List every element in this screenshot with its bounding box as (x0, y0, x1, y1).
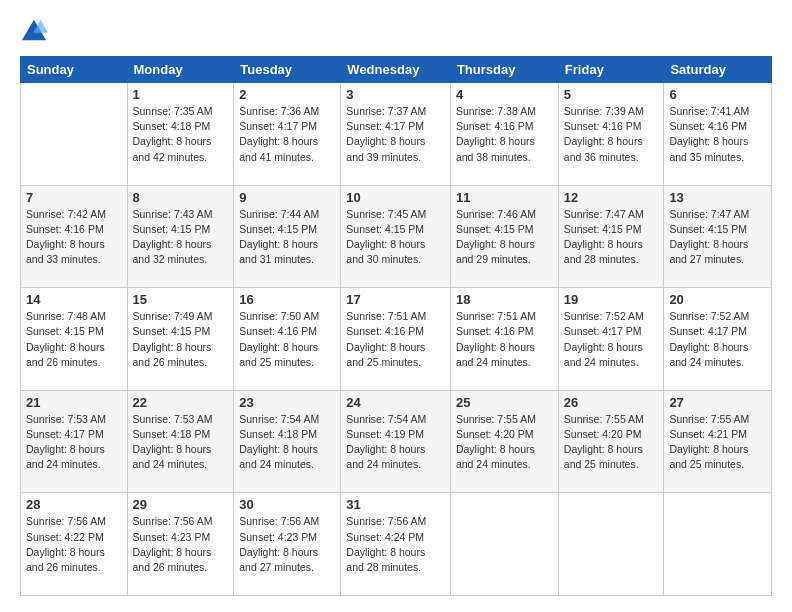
day-info: Sunrise: 7:55 AM Sunset: 4:20 PM Dayligh… (564, 412, 659, 473)
day-number: 31 (346, 497, 445, 512)
day-info: Sunrise: 7:56 AM Sunset: 4:23 PM Dayligh… (239, 514, 335, 575)
day-number: 28 (26, 497, 122, 512)
day-number: 18 (456, 292, 553, 307)
day-info: Sunrise: 7:46 AM Sunset: 4:15 PM Dayligh… (456, 207, 553, 268)
day-number: 27 (669, 395, 766, 410)
calendar-cell: 13Sunrise: 7:47 AM Sunset: 4:15 PM Dayli… (664, 185, 772, 288)
calendar-cell: 3Sunrise: 7:37 AM Sunset: 4:17 PM Daylig… (341, 83, 451, 186)
day-info: Sunrise: 7:54 AM Sunset: 4:19 PM Dayligh… (346, 412, 445, 473)
day-info: Sunrise: 7:35 AM Sunset: 4:18 PM Dayligh… (133, 104, 229, 165)
calendar-cell: 18Sunrise: 7:51 AM Sunset: 4:16 PM Dayli… (450, 288, 558, 391)
day-number: 26 (564, 395, 659, 410)
day-number: 20 (669, 292, 766, 307)
day-info: Sunrise: 7:51 AM Sunset: 4:16 PM Dayligh… (346, 309, 445, 370)
calendar-cell: 21Sunrise: 7:53 AM Sunset: 4:17 PM Dayli… (21, 390, 128, 493)
calendar-week-row: 1Sunrise: 7:35 AM Sunset: 4:18 PM Daylig… (21, 83, 772, 186)
day-info: Sunrise: 7:51 AM Sunset: 4:16 PM Dayligh… (456, 309, 553, 370)
day-number: 1 (133, 87, 229, 102)
day-info: Sunrise: 7:55 AM Sunset: 4:20 PM Dayligh… (456, 412, 553, 473)
weekday-header-row: SundayMondayTuesdayWednesdayThursdayFrid… (21, 57, 772, 83)
day-number: 16 (239, 292, 335, 307)
calendar-cell (558, 493, 664, 596)
calendar-week-row: 28Sunrise: 7:56 AM Sunset: 4:22 PM Dayli… (21, 493, 772, 596)
day-info: Sunrise: 7:48 AM Sunset: 4:15 PM Dayligh… (26, 309, 122, 370)
day-number: 29 (133, 497, 229, 512)
day-info: Sunrise: 7:44 AM Sunset: 4:15 PM Dayligh… (239, 207, 335, 268)
calendar-cell: 15Sunrise: 7:49 AM Sunset: 4:15 PM Dayli… (127, 288, 234, 391)
day-number: 4 (456, 87, 553, 102)
day-info: Sunrise: 7:41 AM Sunset: 4:16 PM Dayligh… (669, 104, 766, 165)
calendar-cell: 23Sunrise: 7:54 AM Sunset: 4:18 PM Dayli… (234, 390, 341, 493)
day-number: 5 (564, 87, 659, 102)
header (20, 16, 772, 44)
calendar-cell: 22Sunrise: 7:53 AM Sunset: 4:18 PM Dayli… (127, 390, 234, 493)
calendar-cell: 25Sunrise: 7:55 AM Sunset: 4:20 PM Dayli… (450, 390, 558, 493)
day-info: Sunrise: 7:42 AM Sunset: 4:16 PM Dayligh… (26, 207, 122, 268)
calendar-cell: 24Sunrise: 7:54 AM Sunset: 4:19 PM Dayli… (341, 390, 451, 493)
calendar-cell: 31Sunrise: 7:56 AM Sunset: 4:24 PM Dayli… (341, 493, 451, 596)
calendar-week-row: 14Sunrise: 7:48 AM Sunset: 4:15 PM Dayli… (21, 288, 772, 391)
calendar-cell: 11Sunrise: 7:46 AM Sunset: 4:15 PM Dayli… (450, 185, 558, 288)
day-number: 13 (669, 190, 766, 205)
day-number: 6 (669, 87, 766, 102)
day-info: Sunrise: 7:36 AM Sunset: 4:17 PM Dayligh… (239, 104, 335, 165)
day-info: Sunrise: 7:45 AM Sunset: 4:15 PM Dayligh… (346, 207, 445, 268)
day-number: 2 (239, 87, 335, 102)
calendar-cell: 2Sunrise: 7:36 AM Sunset: 4:17 PM Daylig… (234, 83, 341, 186)
day-info: Sunrise: 7:53 AM Sunset: 4:18 PM Dayligh… (133, 412, 229, 473)
day-number: 7 (26, 190, 122, 205)
calendar-cell: 9Sunrise: 7:44 AM Sunset: 4:15 PM Daylig… (234, 185, 341, 288)
calendar-cell: 12Sunrise: 7:47 AM Sunset: 4:15 PM Dayli… (558, 185, 664, 288)
day-info: Sunrise: 7:53 AM Sunset: 4:17 PM Dayligh… (26, 412, 122, 473)
day-info: Sunrise: 7:50 AM Sunset: 4:16 PM Dayligh… (239, 309, 335, 370)
day-info: Sunrise: 7:43 AM Sunset: 4:15 PM Dayligh… (133, 207, 229, 268)
calendar-cell: 1Sunrise: 7:35 AM Sunset: 4:18 PM Daylig… (127, 83, 234, 186)
day-info: Sunrise: 7:56 AM Sunset: 4:23 PM Dayligh… (133, 514, 229, 575)
logo (20, 16, 52, 44)
day-number: 8 (133, 190, 229, 205)
day-number: 14 (26, 292, 122, 307)
day-number: 30 (239, 497, 335, 512)
weekday-header-sunday: Sunday (21, 57, 128, 83)
day-number: 12 (564, 190, 659, 205)
calendar-cell: 26Sunrise: 7:55 AM Sunset: 4:20 PM Dayli… (558, 390, 664, 493)
calendar-cell: 4Sunrise: 7:38 AM Sunset: 4:16 PM Daylig… (450, 83, 558, 186)
calendar-cell: 29Sunrise: 7:56 AM Sunset: 4:23 PM Dayli… (127, 493, 234, 596)
day-number: 24 (346, 395, 445, 410)
day-number: 9 (239, 190, 335, 205)
calendar-cell: 16Sunrise: 7:50 AM Sunset: 4:16 PM Dayli… (234, 288, 341, 391)
calendar-cell (664, 493, 772, 596)
calendar-cell: 10Sunrise: 7:45 AM Sunset: 4:15 PM Dayli… (341, 185, 451, 288)
day-info: Sunrise: 7:56 AM Sunset: 4:24 PM Dayligh… (346, 514, 445, 575)
weekday-header-friday: Friday (558, 57, 664, 83)
calendar-cell: 30Sunrise: 7:56 AM Sunset: 4:23 PM Dayli… (234, 493, 341, 596)
day-number: 19 (564, 292, 659, 307)
day-info: Sunrise: 7:55 AM Sunset: 4:21 PM Dayligh… (669, 412, 766, 473)
day-info: Sunrise: 7:47 AM Sunset: 4:15 PM Dayligh… (669, 207, 766, 268)
calendar-cell: 27Sunrise: 7:55 AM Sunset: 4:21 PM Dayli… (664, 390, 772, 493)
calendar: SundayMondayTuesdayWednesdayThursdayFrid… (20, 56, 772, 596)
calendar-cell: 19Sunrise: 7:52 AM Sunset: 4:17 PM Dayli… (558, 288, 664, 391)
weekday-header-thursday: Thursday (450, 57, 558, 83)
day-info: Sunrise: 7:52 AM Sunset: 4:17 PM Dayligh… (669, 309, 766, 370)
calendar-cell: 8Sunrise: 7:43 AM Sunset: 4:15 PM Daylig… (127, 185, 234, 288)
calendar-cell: 7Sunrise: 7:42 AM Sunset: 4:16 PM Daylig… (21, 185, 128, 288)
day-number: 23 (239, 395, 335, 410)
calendar-cell (21, 83, 128, 186)
calendar-week-row: 21Sunrise: 7:53 AM Sunset: 4:17 PM Dayli… (21, 390, 772, 493)
day-info: Sunrise: 7:56 AM Sunset: 4:22 PM Dayligh… (26, 514, 122, 575)
calendar-cell (450, 493, 558, 596)
calendar-week-row: 7Sunrise: 7:42 AM Sunset: 4:16 PM Daylig… (21, 185, 772, 288)
day-info: Sunrise: 7:49 AM Sunset: 4:15 PM Dayligh… (133, 309, 229, 370)
day-number: 3 (346, 87, 445, 102)
weekday-header-saturday: Saturday (664, 57, 772, 83)
day-info: Sunrise: 7:52 AM Sunset: 4:17 PM Dayligh… (564, 309, 659, 370)
day-number: 10 (346, 190, 445, 205)
day-info: Sunrise: 7:37 AM Sunset: 4:17 PM Dayligh… (346, 104, 445, 165)
day-number: 17 (346, 292, 445, 307)
day-number: 15 (133, 292, 229, 307)
calendar-cell: 5Sunrise: 7:39 AM Sunset: 4:16 PM Daylig… (558, 83, 664, 186)
calendar-cell: 28Sunrise: 7:56 AM Sunset: 4:22 PM Dayli… (21, 493, 128, 596)
day-number: 11 (456, 190, 553, 205)
weekday-header-wednesday: Wednesday (341, 57, 451, 83)
